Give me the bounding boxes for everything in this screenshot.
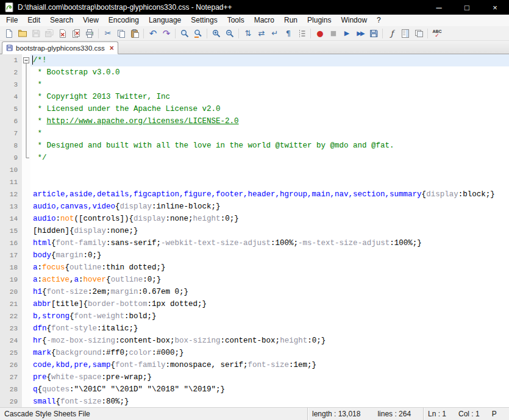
line-number[interactable]: 25 <box>0 347 22 359</box>
line-number[interactable]: 13 <box>0 201 22 213</box>
code-line-5[interactable]: 5 * Licensed under the Apache License v2… <box>0 103 509 115</box>
code-text[interactable] <box>30 164 509 176</box>
code-line-20[interactable]: 20h1{font-size:2em;margin:0.67em 0;} <box>0 286 509 298</box>
maximize-button[interactable]: □ <box>453 0 481 15</box>
title-bar[interactable]: D:\thaiall.com\bootstrap\bootstrap-glyph… <box>0 0 509 15</box>
cut-button[interactable]: ✂ <box>101 27 115 40</box>
copy-button[interactable] <box>115 27 128 40</box>
code-line-19[interactable]: 19a:active,a:hover{outline:0;} <box>0 274 509 286</box>
fold-marker-start[interactable] <box>22 54 30 66</box>
menu-item-window[interactable]: Window <box>336 15 372 26</box>
code-text[interactable]: mark{background:#ff0;color:#000;} <box>30 347 509 359</box>
zoom-in-button[interactable] <box>210 27 223 40</box>
code-text[interactable]: h1{font-size:2em;margin:0.67em 0;} <box>30 286 509 298</box>
line-number[interactable]: 7 <box>0 127 22 140</box>
code-text[interactable]: audio:not([controls]){display:none;heigh… <box>30 213 509 225</box>
code-text[interactable]: a:active,a:hover{outline:0;} <box>30 274 509 286</box>
line-number[interactable]: 8 <box>0 140 22 152</box>
code-text[interactable]: a:focus{outline:thin dotted;} <box>30 262 509 274</box>
word-wrap-button[interactable]: ↵ <box>268 27 282 40</box>
code-text[interactable]: body{margin:0;} <box>30 249 509 262</box>
new-file-button[interactable] <box>2 27 16 40</box>
line-number[interactable]: 14 <box>0 213 22 225</box>
show-indent-guide-button[interactable] <box>295 27 308 40</box>
code-text[interactable] <box>30 176 509 188</box>
line-number[interactable]: 10 <box>0 164 22 176</box>
line-number[interactable]: 3 <box>0 79 22 91</box>
close-button[interactable] <box>56 27 69 40</box>
code-text[interactable]: code,kbd,pre,samp{font-family:monospace,… <box>30 359 509 371</box>
line-number[interactable]: 28 <box>0 383 22 396</box>
code-line-1[interactable]: 1/*! <box>0 54 509 66</box>
save-macro-button[interactable] <box>367 27 380 40</box>
stop-recording-button[interactable]: ■ <box>327 27 340 40</box>
menu-item-language[interactable]: Language <box>144 15 186 26</box>
code-line-26[interactable]: 26code,kbd,pre,samp{font-family:monospac… <box>0 359 509 371</box>
menu-item-help[interactable]: ? <box>372 15 386 26</box>
undo-button[interactable]: ↶ <box>146 27 160 40</box>
code-line-13[interactable]: 13audio,canvas,video{display:inline-bloc… <box>0 201 509 213</box>
code-text[interactable]: * Bootstrap v3.0.0 <box>30 66 509 79</box>
open-file-button[interactable] <box>16 27 29 40</box>
code-text[interactable]: * <box>30 127 509 140</box>
line-number[interactable]: 9 <box>0 152 22 164</box>
close-all-button[interactable] <box>69 27 83 40</box>
line-number[interactable]: 19 <box>0 274 22 286</box>
code-line-29[interactable]: 29small{font-size:80%;} <box>0 396 509 407</box>
code-line-21[interactable]: 21abbr[title]{border-bottom:1px dotted;} <box>0 298 509 310</box>
code-line-27[interactable]: 27pre{white-space:pre-wrap;} <box>0 371 509 383</box>
code-text[interactable]: hr{-moz-box-sizing:content-box;box-sizin… <box>30 335 509 347</box>
save-all-button[interactable] <box>43 27 56 40</box>
code-line-15[interactable]: 15[hidden]{display:none;} <box>0 225 509 237</box>
line-number[interactable]: 29 <box>0 396 22 407</box>
redo-button[interactable]: ↷ <box>160 27 173 40</box>
line-number[interactable]: 22 <box>0 310 22 322</box>
line-number[interactable]: 4 <box>0 91 22 103</box>
spell-check-button[interactable]: ABC✓ <box>430 27 444 40</box>
record-macro-button[interactable]: ● <box>313 27 327 40</box>
code-text[interactable]: article,aside,details,figcaption,figure,… <box>30 188 509 201</box>
code-text[interactable]: /*! <box>30 54 509 66</box>
code-line-3[interactable]: 3 * <box>0 79 509 91</box>
code-text[interactable]: * http://www.apache.org/licenses/LICENSE… <box>30 115 509 127</box>
code-line-12[interactable]: 12article,aside,details,figcaption,figur… <box>0 188 509 201</box>
line-number[interactable]: 5 <box>0 103 22 115</box>
line-number[interactable]: 2 <box>0 66 22 79</box>
line-number[interactable]: 15 <box>0 225 22 237</box>
line-number[interactable]: 23 <box>0 322 22 335</box>
line-number[interactable]: 27 <box>0 371 22 383</box>
code-line-22[interactable]: 22b,strong{font-weight:bold;} <box>0 310 509 322</box>
line-number[interactable]: 16 <box>0 237 22 249</box>
code-line-7[interactable]: 7 * <box>0 127 509 140</box>
function-list-button[interactable]: ƒ <box>385 27 399 40</box>
line-number[interactable]: 11 <box>0 176 22 188</box>
code-line-24[interactable]: 24hr{-moz-box-sizing:content-box;box-siz… <box>0 335 509 347</box>
minimize-button[interactable]: ─ <box>425 0 453 15</box>
menu-item-tools[interactable]: Tools <box>222 15 249 26</box>
code-text[interactable]: * Licensed under the Apache License v2.0 <box>30 103 509 115</box>
menu-item-encoding[interactable]: Encoding <box>104 15 144 26</box>
line-number[interactable]: 21 <box>0 298 22 310</box>
paste-button[interactable] <box>128 27 141 40</box>
code-line-23[interactable]: 23dfn{font-style:italic;} <box>0 322 509 335</box>
menu-item-view[interactable]: View <box>78 15 104 26</box>
code-text[interactable]: dfn{font-style:italic;} <box>30 322 509 335</box>
code-text[interactable]: audio,canvas,video{display:inline-block;… <box>30 201 509 213</box>
sync-vertical-scroll-button[interactable]: ⇅ <box>241 27 255 40</box>
code-text[interactable]: * Designed and built with all the love i… <box>30 140 509 152</box>
line-number[interactable]: 17 <box>0 249 22 262</box>
line-number[interactable]: 24 <box>0 335 22 347</box>
tab-close-icon[interactable]: × <box>110 44 114 52</box>
menu-item-search[interactable]: Search <box>45 15 78 26</box>
line-number[interactable]: 18 <box>0 262 22 274</box>
code-line-18[interactable]: 18a:focus{outline:thin dotted;} <box>0 262 509 274</box>
code-line-4[interactable]: 4 * Copyright 2013 Twitter, Inc <box>0 91 509 103</box>
save-button[interactable] <box>29 27 43 40</box>
line-number[interactable]: 6 <box>0 115 22 127</box>
playback-button[interactable]: ▶ <box>340 27 354 40</box>
code-text[interactable]: small{font-size:80%;} <box>30 396 509 407</box>
code-text[interactable]: q{quotes:"\201C" "\201D" "\2018" "\2019"… <box>30 383 509 396</box>
line-number[interactable]: 12 <box>0 188 22 201</box>
run-macro-multiple-button[interactable]: ▶▶ <box>354 27 367 40</box>
code-editor[interactable]: 1/*!2 * Bootstrap v3.0.03 *4 * Copyright… <box>0 54 509 407</box>
